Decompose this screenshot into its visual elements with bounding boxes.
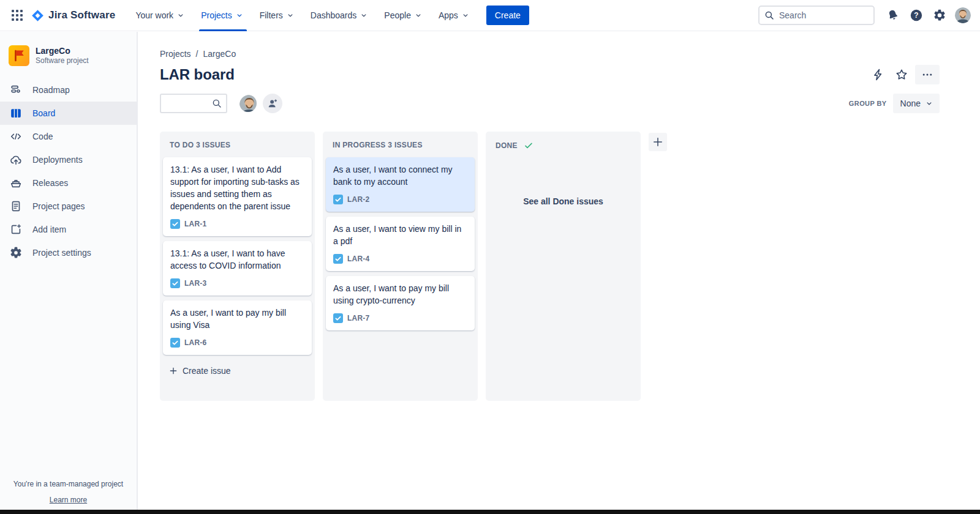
board-toolbar: GROUP BY None xyxy=(160,94,940,113)
issue-meta: LAR-3 xyxy=(170,278,304,288)
chevron-down-icon xyxy=(235,11,244,20)
board-main: Projects / LargeCo LAR board xyxy=(139,32,980,510)
chevron-down-icon xyxy=(414,11,423,20)
window-bottom-edge xyxy=(0,510,980,514)
column-in-progress: IN PROGRESS 3 ISSUES As a user, I want t… xyxy=(323,132,478,401)
task-type-icon xyxy=(170,338,180,348)
plus-icon xyxy=(652,136,664,148)
chevron-down-icon xyxy=(461,11,470,20)
issue-meta: LAR-6 xyxy=(170,338,304,348)
project-type: Software project xyxy=(36,56,89,65)
search-icon xyxy=(211,98,222,109)
nav-projects[interactable]: Projects xyxy=(193,0,252,31)
breadcrumb-projects-link[interactable]: Projects xyxy=(160,49,191,59)
sidebar-item-code[interactable]: Code xyxy=(0,125,137,148)
plus-icon xyxy=(168,366,178,376)
help-button[interactable]: ? xyxy=(907,6,926,25)
app-switcher-button[interactable] xyxy=(7,6,27,25)
sidebar-item-deployments[interactable]: Deployments xyxy=(0,148,137,171)
group-by-dropdown[interactable]: None xyxy=(893,94,940,113)
sidebar-item-add-item[interactable]: Add item xyxy=(0,218,137,241)
board-icon xyxy=(9,106,23,120)
lightning-icon xyxy=(872,68,885,81)
see-all-done-link[interactable]: See all Done issues xyxy=(523,196,603,206)
task-type-icon xyxy=(333,313,343,323)
user-avatar-button[interactable] xyxy=(953,6,973,25)
title-row: LAR board xyxy=(160,65,940,84)
nav-dashboards[interactable]: Dashboards xyxy=(303,0,377,31)
issue-card[interactable]: 13.1: As a user, I want to Add support f… xyxy=(163,157,312,236)
task-type-icon xyxy=(170,219,180,229)
issue-key: LAR-1 xyxy=(184,220,206,228)
sidebar-item-roadmap[interactable]: Roadmap xyxy=(0,78,137,102)
app-switcher-icon xyxy=(12,10,23,21)
nav-filters[interactable]: Filters xyxy=(252,0,303,31)
add-people-button[interactable] xyxy=(263,94,282,113)
search-icon xyxy=(764,10,775,21)
settings-button[interactable] xyxy=(930,6,949,25)
issue-key: LAR-2 xyxy=(347,195,369,204)
help-icon: ? xyxy=(910,9,923,22)
sidebar-item-board[interactable]: Board xyxy=(0,102,137,125)
kanban-board: TO DO 3 ISSUES 13.1: As a user, I want t… xyxy=(160,132,940,401)
column-cards: 13.1: As a user, I want to Add support f… xyxy=(160,155,315,360)
notifications-button[interactable] xyxy=(883,6,903,25)
issue-key: LAR-3 xyxy=(184,279,206,288)
issue-summary: As a user, I want to view my bill in a p… xyxy=(333,223,467,247)
create-issue-button[interactable]: Create issue xyxy=(163,361,312,381)
project-header: LargeCo Software project xyxy=(0,32,137,78)
issue-card[interactable]: As a user, I want to pay my bill using c… xyxy=(326,276,475,330)
issue-summary: As a user, I want to pay my bill using c… xyxy=(333,282,467,307)
breadcrumb-project-link[interactable]: LargeCo xyxy=(203,49,236,59)
ellipsis-icon xyxy=(921,69,933,81)
column-header: DONE xyxy=(486,132,641,157)
column-cards: As a user, I want to connect my bank to … xyxy=(323,155,478,335)
project-info: LargeCo Software project xyxy=(36,46,89,65)
project-avatar-icon xyxy=(9,45,29,66)
sidebar-item-releases[interactable]: Releases xyxy=(0,171,137,195)
sidebar-footer: You're in a team-managed project Learn m… xyxy=(0,480,137,505)
issue-card[interactable]: 13.1: As a user, I want to have access t… xyxy=(163,241,312,296)
cloud-upload-icon xyxy=(9,153,23,166)
breadcrumb: Projects / LargeCo xyxy=(160,49,940,59)
learn-more-link[interactable]: Learn more xyxy=(50,496,87,504)
group-by-label: GROUP BY xyxy=(849,100,887,107)
ship-icon xyxy=(9,176,23,190)
issue-card[interactable]: As a user, I want to pay my bill using V… xyxy=(163,300,312,355)
sidebar-item-project-settings[interactable]: Project settings xyxy=(0,241,137,264)
user-avatar xyxy=(955,7,971,23)
column-todo: TO DO 3 ISSUES 13.1: As a user, I want t… xyxy=(160,132,315,401)
chevron-down-icon xyxy=(176,11,185,20)
jira-logo[interactable]: Jira Software xyxy=(27,9,121,23)
issue-card-selected[interactable]: As a user, I want to connect my bank to … xyxy=(326,157,475,212)
team-managed-note: You're in a team-managed project xyxy=(0,480,137,488)
add-person-icon xyxy=(266,97,279,110)
nav-apps[interactable]: Apps xyxy=(431,0,478,31)
task-type-icon xyxy=(333,254,343,264)
global-search xyxy=(758,6,875,25)
nav-people[interactable]: People xyxy=(376,0,431,31)
issue-meta: LAR-2 xyxy=(333,195,467,204)
page-icon xyxy=(9,199,23,213)
more-options-button[interactable] xyxy=(915,65,940,84)
top-nav: Jira Software Your work Projects Filters… xyxy=(0,0,980,31)
board-search xyxy=(160,94,227,113)
nav-your-work[interactable]: Your work xyxy=(127,0,193,31)
add-column-button[interactable] xyxy=(649,133,667,151)
column-header: TO DO 3 ISSUES xyxy=(160,132,315,155)
star-button[interactable] xyxy=(892,65,911,84)
global-search-input[interactable] xyxy=(758,6,875,25)
issue-card[interactable]: As a user, I want to view my bill in a p… xyxy=(326,217,475,271)
automation-button[interactable] xyxy=(869,65,888,84)
issue-meta: LAR-7 xyxy=(333,313,467,323)
member-avatar[interactable] xyxy=(238,94,258,113)
issue-summary: 13.1: As a user, I want to have access t… xyxy=(170,247,304,272)
page-title: LAR board xyxy=(160,66,235,83)
gear-icon xyxy=(933,9,946,22)
board-actions xyxy=(869,65,940,84)
sidebar-item-project-pages[interactable]: Project pages xyxy=(0,195,137,218)
create-button[interactable]: Create xyxy=(486,6,529,25)
chevron-down-icon xyxy=(286,11,295,20)
code-icon xyxy=(9,130,23,143)
task-type-icon xyxy=(170,278,180,288)
